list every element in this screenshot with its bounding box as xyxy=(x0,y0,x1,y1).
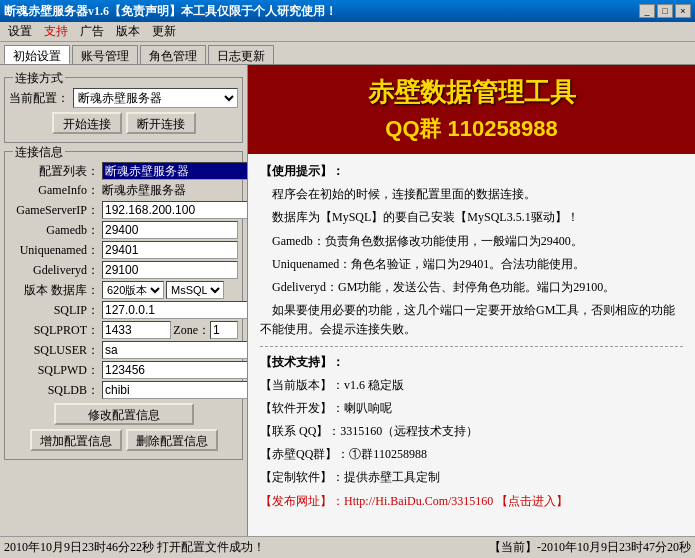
sqlpwd-input[interactable] xyxy=(102,361,248,379)
menu-settings[interactable]: 设置 xyxy=(2,22,38,41)
version-label: 版本 数据库： xyxy=(9,282,99,299)
uniquenamed-input[interactable] xyxy=(102,241,238,259)
gameinfo-value: 断魂赤壁服务器 xyxy=(102,182,186,199)
tip-1: 数据库为【MySQL】的要自己安装【MySQL3.5.1驱动】！ xyxy=(260,208,683,227)
tech-line-2: 【联系 QQ】：3315160（远程技术支持） xyxy=(260,422,683,441)
version-row: 版本 数据库： 620版本 MsSQL库 xyxy=(9,281,238,299)
sqldb-row: SQLDB： xyxy=(9,381,238,399)
gameinfo-label: GameInfo： xyxy=(9,182,99,199)
sqluser-label: SQLUSER： xyxy=(9,342,99,359)
tips-title: 【使用提示】： xyxy=(260,164,344,178)
sqlip-input[interactable] xyxy=(102,301,248,319)
gameserverip-label: GameServerIP： xyxy=(9,202,99,219)
gamedb-input[interactable] xyxy=(102,221,238,239)
tech-line-3: 【赤壁QQ群】：①群110258988 xyxy=(260,445,683,464)
sqlip-row: SQLIP： xyxy=(9,301,238,319)
main-content: 连接方式 当前配置： 断魂赤壁服务器 开始连接 断开连接 连接信息 配置列表： … xyxy=(0,64,695,536)
sqldb-label: SQLDB： xyxy=(9,382,99,399)
gamedb-label: Gamedb： xyxy=(9,222,99,239)
add-delete-btn-row: 增加配置信息 删除配置信息 xyxy=(9,429,238,451)
tech-title: 【技术支持】： xyxy=(260,355,344,369)
start-connect-button[interactable]: 开始连接 xyxy=(52,112,122,134)
sqlprot-label: SQLPROT： xyxy=(9,322,99,339)
sqluser-input[interactable] xyxy=(102,341,248,359)
config-list-input[interactable] xyxy=(102,162,248,180)
tab-account-management[interactable]: 账号管理 xyxy=(72,45,138,64)
db-type-select[interactable]: MsSQL库 xyxy=(166,281,224,299)
right-body: 【使用提示】： 程序会在初始的时候，连接配置里面的数据连接。 数据库为【MySQ… xyxy=(248,154,695,536)
connection-group-title: 连接方式 xyxy=(13,70,65,87)
current-config-label: 当前配置： xyxy=(9,90,69,107)
disconnect-button[interactable]: 断开连接 xyxy=(126,112,196,134)
tip-3: Uniquenamed：角色名验证，端口为29401。合法功能使用。 xyxy=(260,255,683,274)
tab-initial-settings[interactable]: 初始设置 xyxy=(4,45,70,64)
sqlprot-input[interactable] xyxy=(102,321,171,339)
sqlprot-row: SQLPROT： Zone： xyxy=(9,321,238,339)
maximize-button[interactable]: □ xyxy=(657,4,673,18)
tech-line-1: 【软件开发】：喇叭响呢 xyxy=(260,399,683,418)
minimize-button[interactable]: _ xyxy=(639,4,655,18)
config-list-label: 配置列表： xyxy=(9,163,99,180)
sqluser-row: SQLUSER： xyxy=(9,341,238,359)
connect-buttons: 开始连接 断开连接 xyxy=(9,112,238,134)
window-title: 断魂赤壁服务器v1.6【免责声明】本工具仅限于个人研究使用！ xyxy=(4,3,337,20)
right-header: 赤壁数据管理工具 QQ群 110258988 xyxy=(248,65,695,154)
status-left: 2010年10月9日23时46分22秒 打开配置文件成功！ xyxy=(4,539,489,556)
tip-5: 如果要使用必要的功能，这几个端口一定要开放给GM工具，否则相应的功能不能使用。会… xyxy=(260,301,683,339)
menu-bar: 设置 支持 广告 版本 更新 xyxy=(0,22,695,42)
title-bar: 断魂赤壁服务器v1.6【免责声明】本工具仅限于个人研究使用！ _ □ × xyxy=(0,0,695,22)
current-config-row: 当前配置： 断魂赤壁服务器 xyxy=(9,88,238,108)
status-right: 【当前】-2010年10月9日23时47分20秒 xyxy=(489,539,691,556)
gdeliveryd-input[interactable] xyxy=(102,261,238,279)
uniquenamed-label: Uniquenamed： xyxy=(9,242,99,259)
sqldb-input[interactable] xyxy=(102,381,248,399)
left-panel: 连接方式 当前配置： 断魂赤壁服务器 开始连接 断开连接 连接信息 配置列表： … xyxy=(0,65,248,536)
delete-config-button[interactable]: 删除配置信息 xyxy=(126,429,218,451)
gdeliveryd-row: Gdeliveryd： xyxy=(9,261,238,279)
window-controls: _ □ × xyxy=(639,4,691,18)
connection-group: 连接方式 当前配置： 断魂赤壁服务器 开始连接 断开连接 xyxy=(4,77,243,143)
tab-role-management[interactable]: 角色管理 xyxy=(140,45,206,64)
divider xyxy=(260,346,683,347)
gamedb-row: Gamedb： xyxy=(9,221,238,239)
tabs-bar: 初始设置 账号管理 角色管理 日志更新 xyxy=(0,42,695,64)
right-title-main: 赤壁数据管理工具 xyxy=(368,75,576,110)
zone-input[interactable] xyxy=(210,321,238,339)
tech-line-4: 【定制软件】：提供赤壁工具定制 xyxy=(260,468,683,487)
info-group: 连接信息 配置列表： GameInfo： 断魂赤壁服务器 GameServerI… xyxy=(4,151,243,460)
zone-label: Zone： xyxy=(173,322,210,339)
gameserverip-row: GameServerIP： xyxy=(9,201,238,219)
gameinfo-row: GameInfo： 断魂赤壁服务器 xyxy=(9,182,238,199)
gdeliveryd-label: Gdeliveryd： xyxy=(9,262,99,279)
add-config-button[interactable]: 增加配置信息 xyxy=(30,429,122,451)
close-button[interactable]: × xyxy=(675,4,691,18)
status-bar: 2010年10月9日23时46分22秒 打开配置文件成功！ 【当前】-2010年… xyxy=(0,536,695,558)
menu-version[interactable]: 版本 xyxy=(110,22,146,41)
modify-btn-row: 修改配置信息 xyxy=(9,403,238,425)
config-list-row: 配置列表： xyxy=(9,162,238,180)
sqlip-label: SQLIP： xyxy=(9,302,99,319)
tech-line-5[interactable]: 【发布网址】：Http://Hi.BaiDu.Com/3315160 【点击进入… xyxy=(260,492,683,511)
gameserverip-input[interactable] xyxy=(102,201,248,219)
modify-config-button[interactable]: 修改配置信息 xyxy=(54,403,194,425)
tip-4: Gdeliveryd：GM功能，发送公告、封停角色功能。端口为29100。 xyxy=(260,278,683,297)
right-panel: 赤壁数据管理工具 QQ群 110258988 【使用提示】： 程序会在初始的时候… xyxy=(248,65,695,536)
right-title-sub: QQ群 110258988 xyxy=(385,114,557,144)
menu-support[interactable]: 支持 xyxy=(38,22,74,41)
sqlpwd-row: SQLPWD： xyxy=(9,361,238,379)
current-config-select[interactable]: 断魂赤壁服务器 xyxy=(73,88,238,108)
uniquenamed-row: Uniquenamed： xyxy=(9,241,238,259)
tip-2: Gamedb：负责角色数据修改功能使用，一般端口为29400。 xyxy=(260,232,683,251)
version-select[interactable]: 620版本 xyxy=(102,281,164,299)
info-group-title: 连接信息 xyxy=(13,144,65,161)
tech-line-0: 【当前版本】：v1.6 稳定版 xyxy=(260,376,683,395)
menu-update[interactable]: 更新 xyxy=(146,22,182,41)
sqlpwd-label: SQLPWD： xyxy=(9,362,99,379)
menu-ad[interactable]: 广告 xyxy=(74,22,110,41)
tip-0: 程序会在初始的时候，连接配置里面的数据连接。 xyxy=(260,185,683,204)
tab-log-update[interactable]: 日志更新 xyxy=(208,45,274,64)
